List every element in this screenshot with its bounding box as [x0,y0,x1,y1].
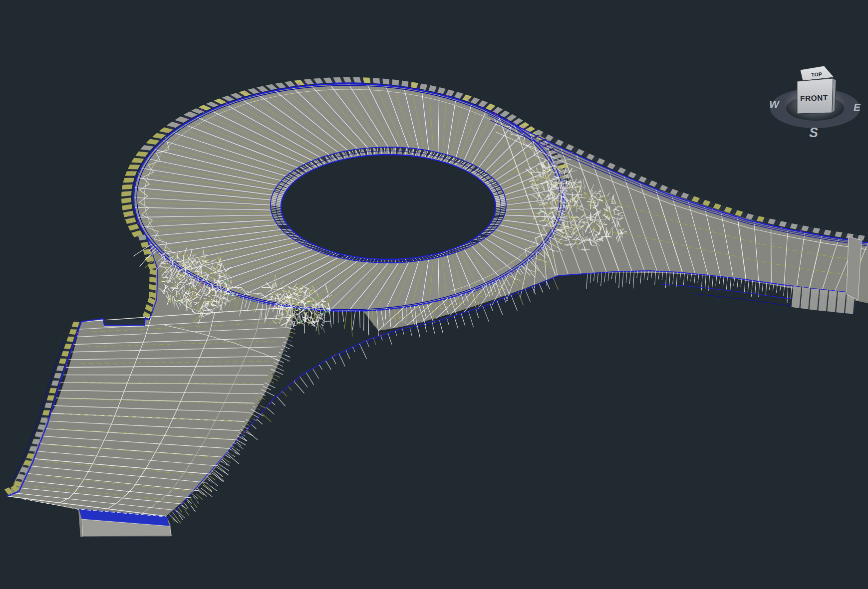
compass-south-label[interactable]: S [809,125,818,140]
model-canvas[interactable]: W E S TOP FRONT [0,0,868,589]
compass-west-label[interactable]: W [769,98,780,110]
viewcube-front-label[interactable]: FRONT [800,93,828,103]
viewcube-top-label[interactable]: TOP [811,71,822,77]
compass-east-label[interactable]: E [854,101,861,113]
cad-viewport[interactable]: W E S TOP FRONT [0,0,868,589]
